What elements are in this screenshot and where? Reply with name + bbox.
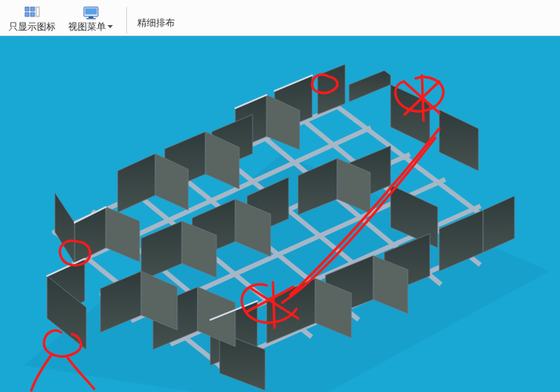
svg-marker-34 (55, 193, 75, 263)
monitor-icon (82, 6, 100, 20)
fine-layout-button[interactable]: 精细排布 (132, 13, 180, 34)
svg-rect-4 (36, 7, 39, 16)
svg-rect-7 (89, 16, 93, 18)
toolbar-separator (126, 7, 127, 34)
svg-marker-27 (349, 71, 391, 102)
svg-marker-50 (483, 196, 515, 252)
svg-marker-55 (106, 207, 140, 262)
svg-rect-1 (31, 7, 35, 11)
toolbar-group-view: 只显示图标 视图菜单 (5, 4, 117, 34)
3d-viewport[interactable] (0, 36, 560, 392)
svg-rect-8 (86, 18, 96, 19)
svg-marker-29 (439, 110, 478, 171)
svg-rect-0 (25, 7, 29, 11)
chevron-down-icon (107, 25, 113, 28)
show-icons-only-label: 只显示图标 (9, 22, 56, 31)
show-icons-only-button[interactable]: 只显示图标 (5, 4, 60, 34)
svg-rect-6 (85, 8, 96, 14)
grid-icons-icon (24, 6, 40, 20)
svg-rect-2 (25, 13, 29, 16)
view-menu-label: 视图菜单 (68, 22, 106, 31)
building-model (0, 36, 560, 392)
fine-layout-label: 精细排布 (137, 16, 175, 30)
toolbar: 只显示图标 视图菜单 精细排布 (0, 0, 560, 36)
svg-marker-28 (391, 85, 430, 146)
svg-rect-3 (31, 13, 35, 16)
view-menu-button[interactable]: 视图菜单 (64, 4, 117, 34)
